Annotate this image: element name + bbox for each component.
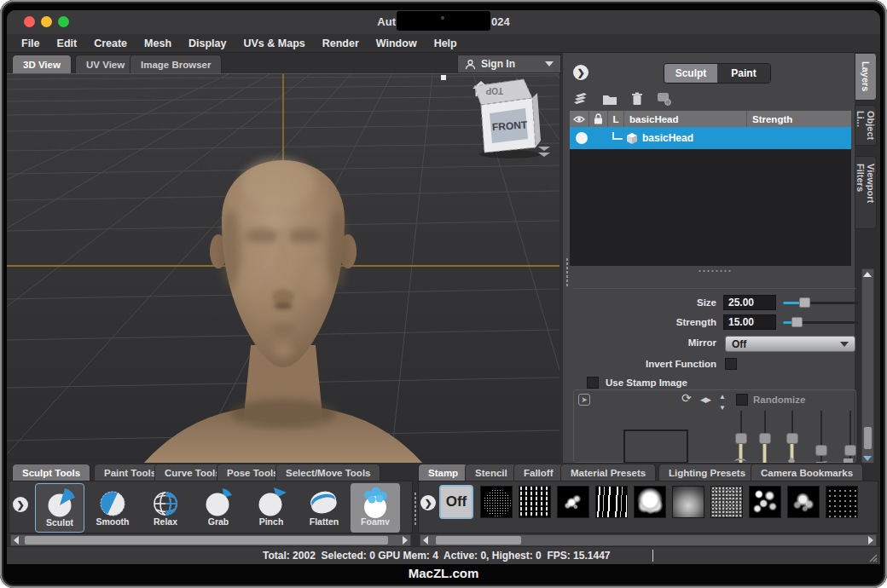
menu-uvs-maps[interactable]: UVs & Maps	[244, 37, 305, 49]
tool-pinch[interactable]: Pinch	[246, 483, 296, 533]
menu-mesh[interactable]: Mesh	[144, 37, 171, 49]
viewport-3d[interactable]: TOP FRONT	[7, 73, 559, 463]
menu-render[interactable]: Render	[322, 37, 359, 49]
tab-stencil[interactable]: Stencil	[465, 464, 518, 481]
tool-flatten[interactable]: Flatten	[299, 483, 349, 533]
scrollbar-thumb[interactable]	[436, 536, 521, 545]
scroll-left-icon[interactable]	[423, 536, 428, 545]
panel-splitter-handle[interactable]	[698, 269, 732, 273]
titlebar[interactable]: Aut024	[7, 10, 880, 34]
tool-sculpt[interactable]: Sculpt	[35, 483, 84, 533]
random-rotation-slider[interactable]	[815, 411, 828, 464]
size-slider[interactable]	[783, 297, 858, 308]
scroll-right-icon[interactable]	[868, 536, 873, 545]
chunk-scatter-stamp[interactable]	[749, 486, 781, 518]
size-value-field[interactable]: 25.00	[723, 295, 776, 310]
tray-expand-button[interactable]: ❯	[13, 497, 28, 512]
stamp-off-button[interactable]: Off	[439, 485, 473, 519]
menu-edit[interactable]: Edit	[57, 37, 78, 49]
splatter-medium-stamp[interactable]	[787, 486, 820, 518]
menu-display[interactable]: Display	[188, 37, 226, 49]
soft-gradient-stamp[interactable]	[672, 486, 704, 518]
tab-stamp[interactable]: Stamp	[418, 464, 468, 481]
left-tray-scrollbar[interactable]	[10, 534, 411, 546]
tab-layers-panel[interactable]: Layers	[855, 53, 877, 101]
tab-paint-mode[interactable]: Paint	[717, 64, 770, 83]
new-layer-icon[interactable]	[573, 92, 588, 106]
tab-viewport-filters-panel[interactable]: Viewport Filters	[855, 156, 877, 229]
tab-sculpt-mode[interactable]: Sculpt	[664, 64, 717, 83]
flip-horizontal-icon[interactable]: ◀▶	[700, 395, 710, 406]
tool-foamy[interactable]: Foamy	[351, 483, 400, 533]
layers-header-row[interactable]: L basicHead Strength	[570, 111, 851, 127]
sign-in-label: Sign In	[481, 58, 515, 70]
trash-icon[interactable]	[631, 92, 643, 106]
speckle-sparse-stamp[interactable]	[826, 486, 858, 518]
random-strength-slider[interactable]	[734, 411, 748, 464]
tab-lighting-presets[interactable]: Lighting Presets	[658, 464, 756, 481]
layers-list-area[interactable]	[570, 149, 851, 266]
folder-icon[interactable]	[602, 93, 617, 106]
random-position-slider[interactable]	[786, 411, 799, 464]
tab-material-presets[interactable]: Material Presets	[560, 464, 656, 481]
noise-fine-stamp[interactable]	[710, 486, 743, 518]
invert-function-checkbox[interactable]	[725, 358, 737, 370]
properties-scrollbar[interactable]	[861, 268, 874, 464]
random-flip-slider[interactable]	[844, 411, 857, 464]
tab-camera-bookmarks[interactable]: Camera Bookmarks	[751, 464, 863, 481]
strength-slider[interactable]	[783, 316, 858, 328]
tab-sculpt-tools[interactable]: Sculpt Tools	[12, 464, 90, 481]
blob-large-stamp[interactable]	[634, 486, 666, 518]
tool-grab[interactable]: Grab	[194, 483, 243, 533]
splatter-small-stamp[interactable]	[557, 486, 589, 518]
panel-expand-button[interactable]: ❯	[573, 65, 588, 80]
import-image-icon[interactable]: ➤	[578, 394, 590, 406]
right-tray-scrollbar[interactable]	[420, 534, 877, 546]
tab-falloff[interactable]: Falloff	[513, 464, 564, 481]
tool-relax[interactable]: Relax	[141, 483, 190, 533]
menu-help[interactable]: Help	[434, 37, 457, 49]
panel-edge-handle[interactable]	[565, 257, 569, 286]
menu-window[interactable]: Window	[376, 37, 417, 49]
flatten-tool-icon	[307, 486, 341, 520]
layer-row-basichead[interactable]: basicHead	[570, 127, 851, 149]
tab-object-list-panel[interactable]: Object Li...	[855, 105, 877, 146]
scrollbar-thumb[interactable]	[25, 536, 388, 545]
viewcube-chevron-down-icon[interactable]	[537, 146, 551, 159]
random-size-slider[interactable]	[758, 411, 772, 464]
vertical-stripes-stamp[interactable]	[595, 486, 628, 518]
tool-spray[interactable]: Spray	[403, 483, 413, 533]
plaid-grid-stamp[interactable]	[519, 486, 551, 518]
menu-create[interactable]: Create	[94, 37, 127, 49]
tray-splitter-handle[interactable]	[414, 492, 417, 526]
sign-in-dropdown[interactable]: Sign In	[457, 55, 561, 73]
tray-expand-button[interactable]: ❯	[420, 495, 436, 510]
status-text: Total: 2002 Selected: 0 GPU Mem: 4 Activ…	[263, 550, 610, 562]
use-stamp-image-checkbox[interactable]	[587, 377, 599, 389]
scroll-up-icon[interactable]	[863, 272, 872, 277]
viewcube-top-label: TOP	[485, 86, 503, 95]
randomize-checkbox[interactable]	[736, 394, 748, 406]
flip-vertical-icon[interactable]: ▲▼	[719, 391, 726, 413]
menu-file[interactable]: File	[21, 37, 40, 49]
scroll-down-icon[interactable]	[863, 456, 872, 461]
tab-3d-view[interactable]: 3D View	[12, 55, 72, 73]
scroll-left-icon[interactable]	[14, 536, 19, 545]
mirror-dropdown[interactable]: Off	[725, 336, 855, 352]
resize-grip-icon[interactable]	[867, 552, 878, 562]
title-redaction-box	[397, 11, 490, 31]
tab-uv-view[interactable]: UV View	[75, 55, 136, 73]
speckle-circle-stamp[interactable]	[480, 486, 513, 518]
spray-tool-icon	[411, 486, 413, 520]
right-panel: ❯ Sculpt Paint	[563, 53, 855, 463]
tab-select-move-tools[interactable]: Select/Move Tools	[275, 464, 380, 481]
rotate-stamp-icon[interactable]: ⟳	[681, 393, 692, 404]
stamp-tray: ❯ Off	[418, 481, 878, 533]
layer-visibility-dot[interactable]	[576, 132, 588, 144]
scroll-right-icon[interactable]	[403, 536, 408, 545]
tool-smooth[interactable]: Smooth	[88, 483, 137, 533]
scrollbar-thumb[interactable]	[864, 427, 872, 449]
strength-value-field[interactable]: 15.00	[723, 314, 776, 330]
merge-layer-icon[interactable]	[657, 92, 673, 106]
tab-image-browser[interactable]: Image Browser	[130, 55, 222, 73]
